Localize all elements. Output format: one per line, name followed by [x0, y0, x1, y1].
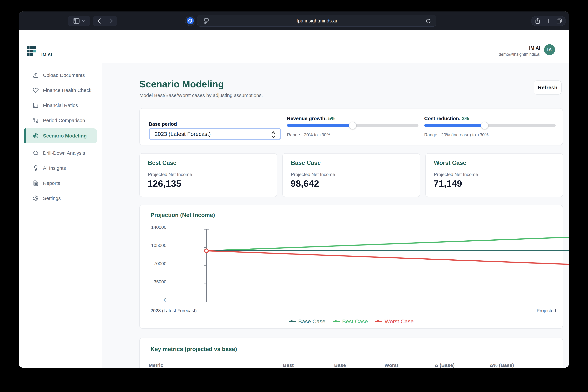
- sidebar-item-reports[interactable]: Reports: [24, 176, 97, 191]
- legend-item-worst-case[interactable]: Worst Case: [375, 318, 414, 325]
- cost-range-note: Range: -20% (increase) to +30%: [424, 132, 488, 138]
- avatar-initials: IA: [547, 47, 552, 52]
- base-case-card: Base Case Projected Net Income 98,642: [282, 153, 420, 197]
- column-header: Δ% (Base): [490, 362, 514, 368]
- search-icon: [33, 150, 39, 156]
- sidebar-item-financial-ratios[interactable]: Financial Ratios: [24, 98, 97, 113]
- assumptions-panel: Base period 2023 (Latest Forecast) Reven…: [139, 108, 563, 145]
- column-header: Best: [283, 362, 294, 368]
- sidebar-item-scenario-modeling[interactable]: Scenario Modeling: [24, 128, 97, 144]
- revenue-growth-value: 5%: [328, 116, 335, 121]
- sidebar-item-settings[interactable]: Settings: [24, 191, 97, 206]
- worst-case-line[interactable]: [205, 249, 569, 267]
- chart-title: Projection (Net Income): [151, 212, 215, 218]
- sidebar-item-label: Drill-Down Analysis: [43, 150, 85, 156]
- user-email: demo@insightminds.ai: [499, 52, 540, 57]
- cost-reduction-slider[interactable]: [424, 124, 556, 127]
- chart-svg: [204, 227, 569, 304]
- share-button[interactable]: [535, 18, 540, 24]
- browser-nav-buttons: [93, 16, 117, 26]
- cost-reduction-value: 3%: [462, 116, 469, 121]
- legend-marker: [375, 320, 382, 323]
- url-bar[interactable]: fpa.insightminds.ai: [197, 15, 436, 26]
- x-axis-label-left: 2023 (Latest Forecast): [151, 308, 197, 313]
- refresh-button[interactable]: Refresh: [534, 80, 561, 94]
- sidebar-panel-icon: [73, 18, 80, 24]
- y-tick-label: 0: [134, 298, 166, 303]
- avatar[interactable]: IA: [544, 44, 555, 55]
- base-case-line[interactable]: [205, 249, 569, 252]
- browser-sidebar-toggle[interactable]: [68, 16, 90, 26]
- slider-fill: [287, 124, 353, 127]
- git-compare-icon: [33, 118, 39, 124]
- best-case-card: Best Case Projected Net Income 126,135: [139, 153, 277, 197]
- base-period-label: Base period: [149, 121, 177, 127]
- back-button[interactable]: [93, 16, 105, 26]
- line-chart: [204, 227, 569, 304]
- revenue-growth-label: Revenue growth: 5%: [287, 116, 335, 121]
- cost-reduction-label: Cost reduction: 3%: [424, 116, 469, 121]
- legend-label: Base Case: [298, 318, 325, 325]
- y-tick-label: 35000: [134, 279, 166, 284]
- case-title: Worst Case: [434, 160, 466, 166]
- case-metric-label: Projected Net Income: [434, 172, 478, 177]
- app-logo-text: IM AI: [41, 52, 52, 57]
- browser-titlebar: fpa.insightminds.ai: [19, 12, 569, 30]
- key-metrics-table-card: Key metrics (projected vs base) Metric B…: [139, 338, 563, 368]
- sidebar-item-label: Scenario Modeling: [43, 133, 87, 139]
- sidebar-item-period-comparison[interactable]: Period Comparison: [24, 113, 97, 128]
- password-manager-button[interactable]: [185, 16, 195, 26]
- legend-item-best-case[interactable]: Best Case: [333, 318, 368, 325]
- x-axis-label-right: Projected: [537, 308, 556, 313]
- sidebar-item-finance-health-check[interactable]: Finance Health Check: [24, 83, 97, 98]
- legend-label: Best Case: [342, 318, 368, 325]
- new-tab-button[interactable]: [546, 18, 551, 24]
- base-period-select[interactable]: 2023 (Latest Forecast): [149, 128, 281, 140]
- user-name: IM AI: [529, 46, 540, 51]
- page-subtitle: Model Best/Base/Worst cases by adjusting…: [139, 92, 263, 98]
- case-metric-label: Projected Net Income: [291, 172, 335, 177]
- case-value: 71,149: [433, 178, 462, 189]
- tab-overview-button[interactable]: [556, 18, 562, 24]
- main-content: Scenario Modeling Model Best/Base/Worst …: [103, 64, 569, 368]
- forward-button[interactable]: [105, 16, 117, 26]
- browser-toolbar-right: [531, 16, 566, 26]
- target-icon: [33, 133, 39, 139]
- legend-item-base-case[interactable]: Base Case: [289, 318, 325, 325]
- bar-chart-icon: [33, 102, 39, 108]
- app-logo: IM AI: [27, 46, 60, 56]
- sidebar-item-upload-documents[interactable]: Upload Documents: [24, 68, 97, 83]
- case-title: Base Case: [291, 160, 321, 166]
- projection-chart-card: Projection (Net Income) 140000 105000 70…: [139, 205, 563, 328]
- case-value: 98,642: [291, 178, 319, 189]
- url-text: fpa.insightminds.ai: [197, 18, 436, 24]
- gear-icon: [33, 195, 39, 201]
- upload-icon: [33, 72, 39, 78]
- slider-thumb[interactable]: [481, 122, 488, 129]
- chevron-down-icon: [82, 20, 86, 22]
- sidebar-item-label: Finance Health Check: [43, 88, 91, 93]
- app-header: IM AI IM AI demo@insightminds.ai IA: [19, 30, 569, 63]
- y-tick-label: 105000: [134, 243, 166, 248]
- heart-icon: [33, 87, 39, 93]
- chevron-right-icon: [109, 18, 113, 24]
- file-text-icon: [33, 180, 39, 186]
- browser-window: fpa.insightminds.ai: [19, 12, 569, 368]
- slider-fill: [424, 124, 485, 127]
- slider-thumb[interactable]: [349, 122, 356, 129]
- column-header: Base: [334, 362, 346, 368]
- best-case-line[interactable]: [205, 235, 569, 252]
- case-metric-label: Projected Net Income: [148, 172, 192, 177]
- revenue-growth-slider[interactable]: [287, 124, 418, 127]
- sidebar-item-label: Settings: [43, 196, 61, 201]
- sidebar-item-label: Financial Ratios: [43, 102, 78, 108]
- sidebar-nav: Upload Documents Finance Health Check Fi…: [19, 64, 102, 368]
- password-manager-icon: [186, 17, 194, 24]
- sidebar-item-label: AI Insights: [43, 165, 66, 171]
- revenue-range-note: Range: -20% to +30%: [287, 132, 330, 138]
- reload-button[interactable]: [425, 18, 431, 24]
- worst-case-card: Worst Case Projected Net Income 71,149: [425, 153, 563, 197]
- sidebar-item-drill-down-analysis[interactable]: Drill-Down Analysis: [24, 146, 97, 160]
- legend-label: Worst Case: [385, 318, 414, 325]
- sidebar-item-ai-insights[interactable]: AI Insights: [24, 160, 97, 176]
